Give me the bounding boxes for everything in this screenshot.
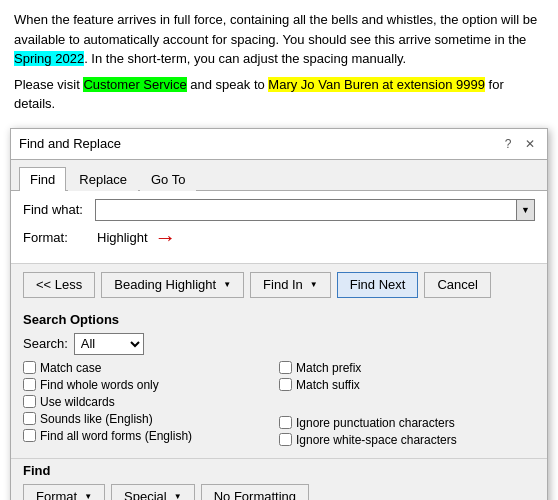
dialog-help-button[interactable]: ? <box>499 135 517 153</box>
format-label: Format: <box>23 230 95 245</box>
cb-ignore-punct-input[interactable] <box>279 416 292 429</box>
red-arrow-icon: ← <box>154 227 176 249</box>
cb-col-left: Match case Find whole words only Use wil… <box>23 361 279 450</box>
form-area: Find what: ▼ Format: Highlight ← <box>11 191 547 263</box>
cb-match-suffix-input[interactable] <box>279 378 292 391</box>
no-formatting-button[interactable]: No Formatting <box>201 484 309 501</box>
tab-goto[interactable]: Go To <box>140 167 196 191</box>
cb-word-forms: Find all word forms (English) <box>23 429 279 443</box>
cb-match-prefix: Match prefix <box>279 361 535 375</box>
bottom-section: Find Format ▼ Special ▼ No Formatting <box>11 458 547 501</box>
cb-match-case-label: Match case <box>40 361 101 375</box>
format-button[interactable]: Format ▼ <box>23 484 105 501</box>
cb-wildcards-input[interactable] <box>23 395 36 408</box>
format-value-wrap: Highlight ← <box>95 227 535 249</box>
find-replace-dialog: Find and Replace ? ✕ Find Replace Go To … <box>10 128 548 501</box>
reading-highlight-caret: ▼ <box>223 280 231 289</box>
search-options-section: Search Options Search: All Up Down Match… <box>11 306 547 458</box>
dialog-tabs: Find Replace Go To <box>11 160 547 191</box>
find-what-dropdown-btn[interactable]: ▼ <box>516 200 534 220</box>
tab-replace[interactable]: Replace <box>68 167 138 191</box>
search-select-row: Search: All Up Down <box>23 333 535 355</box>
find-what-label: Find what: <box>23 202 95 217</box>
dialog-controls: ? ✕ <box>499 135 539 153</box>
bottom-title: Find <box>23 463 535 478</box>
cb-col-right: Match prefix Match suffix Ignore punctua… <box>279 361 535 450</box>
cb-wildcards: Use wildcards <box>23 395 279 409</box>
cb-match-suffix: Match suffix <box>279 378 535 392</box>
cb-word-forms-input[interactable] <box>23 429 36 442</box>
dialog-close-button[interactable]: ✕ <box>521 135 539 153</box>
cb-match-prefix-input[interactable] <box>279 361 292 374</box>
cb-sounds-like-input[interactable] <box>23 412 36 425</box>
main-btn-row: << Less Beading Highlight ▼ Find In ▼ Fi… <box>11 263 547 306</box>
cb-match-case: Match case <box>23 361 279 375</box>
reading-highlight-button[interactable]: Beading Highlight ▼ <box>101 272 244 298</box>
cb-whole-words: Find whole words only <box>23 378 279 392</box>
tab-find[interactable]: Find <box>19 167 66 191</box>
content-area: When the feature arrives in full force, … <box>0 0 558 120</box>
search-select[interactable]: All Up Down <box>74 333 144 355</box>
cb-sounds-like-label: Sounds like (English) <box>40 412 153 426</box>
paragraph2: Please visit Customer Service and speak … <box>14 75 544 114</box>
cb-wildcards-label: Use wildcards <box>40 395 115 409</box>
format-value: Highlight <box>95 230 148 245</box>
checkbox-grid: Match case Find whole words only Use wil… <box>23 361 535 450</box>
cb-ignore-whitespace: Ignore white-space characters <box>279 433 535 447</box>
special-caret: ▼ <box>174 492 182 500</box>
search-label: Search: <box>23 336 68 351</box>
cb-word-forms-label: Find all word forms (English) <box>40 429 192 443</box>
dialog-title: Find and Replace <box>19 136 121 151</box>
cb-match-case-input[interactable] <box>23 361 36 374</box>
format-row: Format: Highlight ← <box>23 227 535 249</box>
cb-ignore-punct-label: Ignore punctuation characters <box>296 416 455 430</box>
less-button[interactable]: << Less <box>23 272 95 298</box>
paragraph1: When the feature arrives in full force, … <box>14 10 544 69</box>
cb-ignore-whitespace-label: Ignore white-space characters <box>296 433 457 447</box>
cb-whole-words-input[interactable] <box>23 378 36 391</box>
find-in-button[interactable]: Find In ▼ <box>250 272 331 298</box>
cb-match-prefix-label: Match prefix <box>296 361 361 375</box>
dialog-titlebar: Find and Replace ? ✕ <box>11 129 547 160</box>
format-caret: ▼ <box>84 492 92 500</box>
highlight-customer-service: Customer Service <box>83 77 186 92</box>
highlight-spring2022: Spring 2022 <box>14 51 84 66</box>
cb-ignore-punct: Ignore punctuation characters <box>279 416 535 430</box>
highlight-mary-jo: Mary Jo Van Buren at extension 9999 <box>268 77 485 92</box>
cb-empty <box>279 395 535 413</box>
search-options-title: Search Options <box>23 312 535 327</box>
special-button[interactable]: Special ▼ <box>111 484 195 501</box>
find-what-input[interactable] <box>96 200 516 220</box>
cb-ignore-whitespace-input[interactable] <box>279 433 292 446</box>
cb-match-suffix-label: Match suffix <box>296 378 360 392</box>
find-next-button[interactable]: Find Next <box>337 272 419 298</box>
cb-whole-words-label: Find whole words only <box>40 378 159 392</box>
cb-sounds-like: Sounds like (English) <box>23 412 279 426</box>
cancel-button[interactable]: Cancel <box>424 272 490 298</box>
find-in-caret: ▼ <box>310 280 318 289</box>
find-what-input-wrap: ▼ <box>95 199 535 221</box>
find-what-row: Find what: ▼ <box>23 199 535 221</box>
